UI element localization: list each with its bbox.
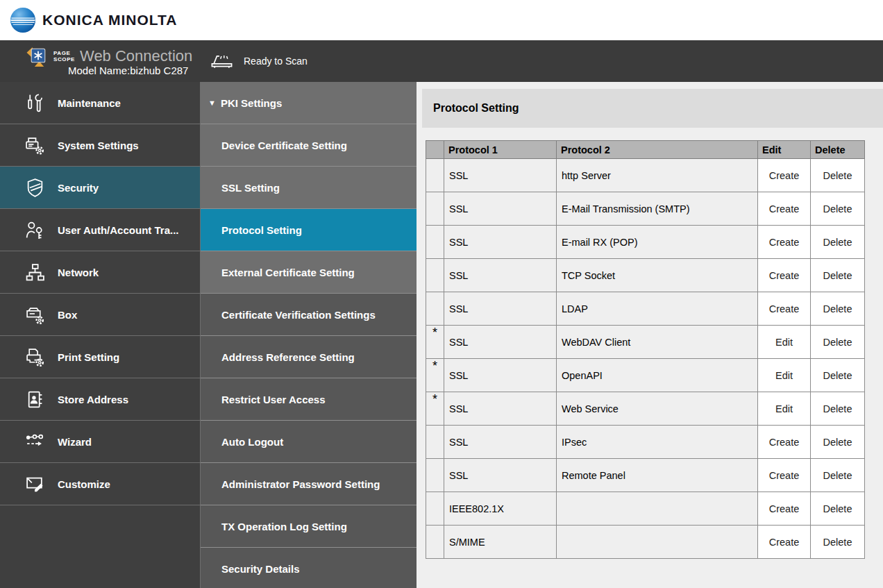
create-link[interactable]: Create: [758, 159, 811, 192]
sidebar-item-customize[interactable]: Customize: [0, 463, 200, 505]
protocol2-cell: E-Mail Transmission (SMTP): [557, 192, 758, 226]
submenu-item-administrator-password-setting[interactable]: Administrator Password Setting: [201, 463, 417, 505]
sidebar-item-network[interactable]: Network: [0, 251, 200, 294]
delete-link[interactable]: Delete: [811, 226, 865, 259]
edit-link[interactable]: Edit: [758, 326, 811, 359]
printer-gear-icon: [25, 347, 46, 367]
submenu-item-label: Security Details: [221, 563, 300, 575]
create-link[interactable]: Create: [758, 459, 811, 492]
delete-link[interactable]: Delete: [811, 459, 865, 492]
sidebar-item-label: Print Setting: [58, 351, 119, 363]
submenu-item-security-details[interactable]: Security Details: [201, 548, 417, 588]
konica-minolta-globe-icon: [10, 7, 36, 33]
sidebar-item-box[interactable]: Box: [0, 294, 200, 336]
sidebar-item-security[interactable]: Security: [0, 167, 200, 209]
protocol2-cell: TCP Socket: [557, 259, 758, 292]
network-icon: [25, 262, 46, 283]
protocol2-cell: http Server: [557, 159, 758, 192]
box-gear-icon: [25, 305, 46, 325]
protocol1-cell: SSL: [444, 459, 557, 492]
delete-link[interactable]: Delete: [811, 526, 865, 559]
sidebar-item-user-auth-account-tra[interactable]: User Auth/Account Tra...: [0, 209, 200, 251]
delete-link[interactable]: Delete: [811, 359, 865, 392]
create-link[interactable]: Create: [758, 292, 811, 326]
sidebar-item-label: Box: [58, 309, 77, 321]
submenu-item-label: Address Reference Setting: [221, 351, 355, 363]
protocol2-cell: LDAP: [557, 292, 758, 326]
submenu-item-auto-logout[interactable]: Auto Logout: [201, 421, 417, 463]
submenu-item-label: Protocol Setting: [221, 224, 302, 236]
shield-icon: [25, 178, 46, 198]
sidebar: MaintenanceSystem SettingsSecurityUser A…: [0, 82, 200, 588]
create-link[interactable]: Create: [758, 226, 811, 259]
delete-link[interactable]: Delete: [811, 292, 865, 326]
edit-link[interactable]: Edit: [758, 392, 811, 426]
protocol1-cell: SSL: [444, 226, 557, 259]
delete-link[interactable]: Delete: [811, 326, 865, 359]
sidebar-item-store-address[interactable]: Store Address: [0, 378, 200, 421]
note-asterisk: [426, 492, 444, 526]
submenu-item-certificate-verification-settings[interactable]: Certificate Verification Settings: [201, 294, 417, 336]
protocol2-cell: [557, 526, 758, 559]
note-asterisk: [426, 192, 444, 226]
column-header-edit: Edit: [758, 141, 811, 159]
table-row: SSLTCP SocketCreateDelete: [426, 259, 865, 292]
sidebar-item-wizard[interactable]: Wizard: [0, 421, 200, 463]
note-asterisk: [426, 292, 444, 326]
protocol1-cell: SSL: [444, 392, 557, 426]
pagescope-icon: [25, 45, 51, 68]
delete-link[interactable]: Delete: [811, 159, 865, 192]
note-asterisk: *: [426, 392, 444, 426]
sidebar-item-system-settings[interactable]: System Settings: [0, 124, 200, 167]
submenu-item-device-certificate-setting[interactable]: Device Certificate Setting: [201, 124, 417, 167]
delete-link[interactable]: Delete: [811, 492, 865, 526]
submenu-item-ssl-setting[interactable]: SSL Setting: [201, 167, 417, 209]
customize-icon: [25, 474, 46, 494]
protocol2-cell: E-mail RX (POP): [557, 226, 758, 259]
submenu-item-label: Device Certificate Setting: [221, 140, 347, 151]
submenu-item-label: TX Operation Log Setting: [221, 521, 347, 532]
column-header-delete: Delete: [811, 141, 865, 159]
protocol2-cell: [557, 492, 758, 526]
create-link[interactable]: Create: [758, 426, 811, 459]
note-asterisk: [426, 259, 444, 292]
submenu-item-protocol-setting[interactable]: Protocol Setting: [201, 209, 417, 251]
note-asterisk: [426, 159, 444, 192]
delete-link[interactable]: Delete: [811, 392, 865, 426]
edit-link[interactable]: Edit: [758, 359, 811, 392]
protocol-table: Protocol 1Protocol 2EditDelete SSLhttp S…: [426, 140, 865, 559]
sidebar-item-label: Wizard: [58, 436, 92, 448]
create-link[interactable]: Create: [758, 526, 811, 559]
sidebar-item-label: User Auth/Account Tra...: [58, 224, 178, 236]
note-asterisk: [426, 459, 444, 492]
create-link[interactable]: Create: [758, 492, 811, 526]
submenu-item-external-certificate-setting[interactable]: External Certificate Setting: [201, 251, 417, 294]
sidebar-item-maintenance[interactable]: Maintenance: [0, 82, 200, 124]
brand-band: KONICA MINOLTA: [0, 0, 883, 40]
main-content: Protocol Setting Protocol 1Protocol 2Edi…: [417, 82, 883, 588]
app-header: PAGE SCOPE Web Connection Model Name:biz…: [0, 40, 883, 82]
delete-link[interactable]: Delete: [811, 192, 865, 226]
note-asterisk: *: [426, 326, 444, 359]
submenu-item-pki-settings[interactable]: ▼PKI Settings: [201, 82, 417, 124]
note-asterisk: [426, 526, 444, 559]
create-link[interactable]: Create: [758, 259, 811, 292]
page-title: Protocol Setting: [422, 89, 883, 128]
create-link[interactable]: Create: [758, 192, 811, 226]
submenu-item-restrict-user-access[interactable]: Restrict User Access: [201, 378, 417, 421]
protocol2-cell: Web Service: [557, 392, 758, 426]
submenu-item-label: External Certificate Setting: [221, 267, 355, 278]
delete-link[interactable]: Delete: [811, 259, 865, 292]
submenu-item-tx-operation-log-setting[interactable]: TX Operation Log Setting: [201, 505, 417, 548]
submenu-item-address-reference-setting[interactable]: Address Reference Setting: [201, 336, 417, 378]
submenu-item-label: Administrator Password Setting: [221, 478, 380, 490]
brand-logo-text: KONICA MINOLTA: [42, 12, 177, 28]
submenu-item-label: PKI Settings: [221, 97, 282, 109]
delete-link[interactable]: Delete: [811, 426, 865, 459]
sidebar-item-label: Store Address: [58, 394, 128, 405]
protocol2-cell: IPsec: [557, 426, 758, 459]
product-title: Web Connection: [80, 47, 192, 65]
maintenance-icon: [25, 93, 46, 113]
table-row: S/MIMECreateDelete: [426, 526, 865, 559]
sidebar-item-print-setting[interactable]: Print Setting: [0, 336, 200, 378]
